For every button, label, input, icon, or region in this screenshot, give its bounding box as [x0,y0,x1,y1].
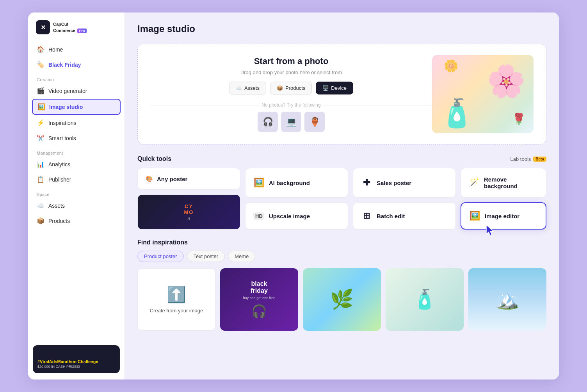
remove-bg-label: Remove background [484,176,538,189]
upload-up-icon: ⬆️ [167,285,186,304]
upscale-label: Upscale image [269,213,310,219]
device-button[interactable]: 🖥️ Device [316,82,353,94]
sidebar: ✕ CapCut Commerce Pro 🏠 Home 🏷️ Black Fr… [28,12,125,380]
sidebar-item-image-studio[interactable]: 🖼️ Image studio [32,99,121,115]
sidebar-label-image-studio: Image studio [49,104,83,110]
tab-meme[interactable]: Meme [228,251,255,262]
insp-bottle[interactable]: 🧴 [386,268,464,331]
tag-icon: 🏷️ [37,61,44,68]
products-btn-icon: 📦 [277,85,283,91]
upload-area: Start from a photo Drag and drop your ph… [150,56,432,132]
cyber-monday-card: CY MO N [137,194,240,230]
image-editor-label: Image editor [485,213,519,219]
capcut-logo-icon: ✕ [36,20,50,34]
lab-tools-side: 🎨 Any poster CY MO N [137,168,240,230]
bottle-icon: 🧴 [413,289,436,310]
any-poster-icon: 🎨 [146,175,153,182]
promo-banner[interactable]: #ViralAdsMarathon Challenge $20,000 IN C… [33,345,120,373]
sidebar-label-inspirations: Inspirations [48,120,76,126]
insp-black-friday[interactable]: blackfriday buy one get one free 🎧 [220,268,298,331]
sidebar-label-products: Products [48,218,70,224]
logo-name: CapCut Commerce [53,22,75,33]
insp-create[interactable]: ⬆️ Create from your image [137,268,215,331]
sidebar-item-inspirations[interactable]: ⚡ Inspirations [32,116,121,130]
sidebar-item-black-friday[interactable]: 🏷️ Black Friday [32,57,121,72]
ai-bg-label: AI background [269,180,310,186]
assets-button-label: Assets [244,85,260,91]
batch-edit-label: Batch edit [377,213,405,219]
bf-sub: buy one get one free [243,296,276,300]
nature-icon: 🌿 [330,289,354,310]
sidebar-label-publisher: Publisher [48,176,71,183]
analytics-icon: 📊 [37,160,44,168]
sample-thumb-2[interactable]: 💻 [281,112,301,132]
sidebar-item-home[interactable]: 🏠 Home [32,42,121,57]
inspirations-section: Find inspirations Product poster Text po… [137,239,546,331]
tool-ai-background[interactable]: 🖼️ AI background [245,168,348,198]
tab-product-poster[interactable]: Product poster [137,251,184,262]
sidebar-label-smart-tools: Smart tools [48,135,76,141]
page-title: Image studio [137,23,546,34]
sales-poster-label: Sales poster [377,180,411,186]
products-icon: 📦 [37,217,44,225]
logo-area: ✕ CapCut Commerce Pro [28,20,125,42]
cursor-arrow [485,224,496,237]
assets-icon: ☁️ [37,202,44,209]
sidebar-label-assets: Assets [48,203,65,209]
sidebar-label-video-generator: Video generator [48,88,87,94]
video-icon: 🎬 [37,87,44,94]
ai-bg-icon: 🖼️ [253,178,264,188]
no-photos-text: No photos? Try the following [150,102,432,108]
sample-thumb-1[interactable]: 🎧 [258,112,278,132]
remove-bg-icon: 🪄 [469,178,479,188]
assets-button[interactable]: ☁️ Assets [229,82,266,94]
tab-text-poster[interactable]: Text poster [187,251,225,262]
sidebar-item-video-generator[interactable]: 🎬 Video generator [32,84,121,98]
logo-badge: Pro [77,29,86,33]
sample-thumb-3[interactable]: 🏺 [304,112,325,132]
section-space-label: Space [32,187,121,198]
tool-image-editor[interactable]: 🖼️ Image editor [461,202,546,230]
section-management-label: Management [32,146,121,157]
lab-tools-badge: Lab tools Beta [511,156,546,162]
main-content: Image studio Start from a photo Drag and… [125,12,559,380]
section-creation-label: Creation [32,73,121,84]
upload-preview-image: 🌸 🧴 🌼 🌹 [432,55,534,133]
inspirations-title: Find inspirations [137,239,546,246]
insp-nature[interactable]: 🌿 [303,268,381,331]
products-button[interactable]: 📦 Products [270,82,312,94]
mountain-icon: 🏔️ [496,289,519,310]
device-icon: 🖥️ [322,85,329,91]
sidebar-label-home: Home [48,46,63,53]
tool-any-poster[interactable]: 🎨 Any poster [137,168,240,190]
tool-batch-edit[interactable]: ⊞ Batch edit [353,202,456,230]
insp-mountain[interactable]: 🏔️ [468,268,546,331]
upload-title: Start from a photo [150,56,432,66]
promo-subtitle: $20,000 IN CASH PRIZES! [37,365,115,369]
smart-tools-icon: ✂️ [37,134,44,142]
tool-remove-background[interactable]: 🪄 Remove background [461,168,546,198]
logo-text-block: CapCut Commerce Pro [53,21,87,33]
device-button-label: Device [331,85,347,91]
tool-upscale-image[interactable]: HD Upscale image [245,202,348,230]
inspirations-icon: ⚡ [37,119,44,127]
sample-thumbnails: 🎧 💻 🏺 [150,112,432,132]
inspirations-grid: ⬆️ Create from your image blackfriday bu… [137,268,546,331]
sidebar-item-smart-tools[interactable]: ✂️ Smart tools [32,131,121,145]
app-window: ✕ CapCut Commerce Pro 🏠 Home 🏷️ Black Fr… [28,12,559,380]
quick-tools-title: Quick tools [137,155,171,162]
sidebar-bottom: #ViralAdsMarathon Challenge $20,000 IN C… [28,341,125,373]
sidebar-label-analytics: Analytics [48,161,70,167]
sidebar-label-black-friday: Black Friday [48,62,81,68]
publisher-icon: 📋 [37,176,44,183]
upload-hero-visual: 🌸 🧴 🌼 🌹 [432,55,534,133]
sidebar-item-products[interactable]: 📦 Products [32,214,121,228]
sidebar-item-publisher[interactable]: 📋 Publisher [32,172,121,187]
tool-sales-poster[interactable]: ✚ Sales poster [353,168,456,198]
products-button-label: Products [285,85,305,91]
sidebar-item-assets[interactable]: ☁️ Assets [32,198,121,213]
sidebar-item-analytics[interactable]: 📊 Analytics [32,157,121,171]
inspiration-tabs: Product poster Text poster Meme [137,251,546,262]
upload-buttons: ☁️ Assets 📦 Products 🖥️ Device [150,82,432,94]
lab-tools-label: Lab tools [511,156,531,162]
